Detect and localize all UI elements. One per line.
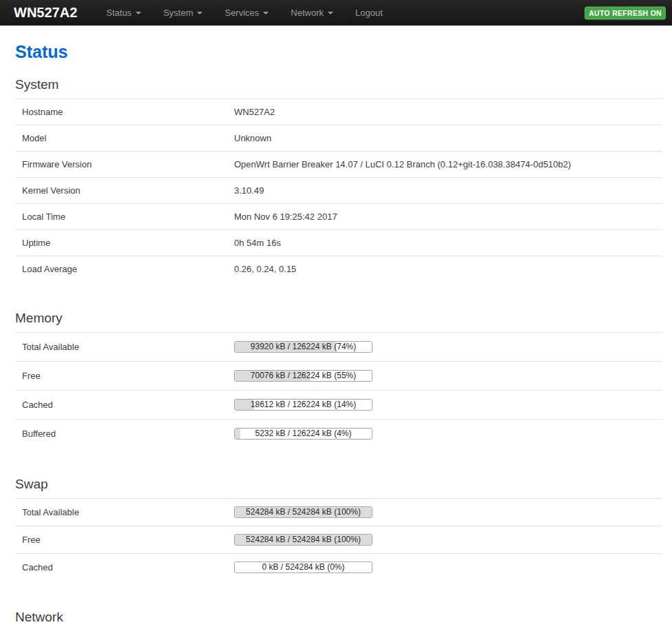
swap-free-progressbar: 524284 kB / 524284 kB (100%)	[234, 534, 372, 546]
section-title-memory: Memory	[15, 311, 662, 325]
row-label: Load Average	[15, 256, 234, 282]
row-label: Hostname	[15, 99, 234, 125]
progressbar-text: 524284 kB / 524284 kB (100%)	[235, 535, 372, 545]
nav-item-network[interactable]: Network	[280, 0, 344, 26]
row-value: 3.10.49	[234, 178, 662, 204]
progressbar-text: 5232 kB / 126224 kB (4%)	[235, 429, 372, 439]
memory-table: Total Available 93920 kB / 126224 kB (74…	[15, 332, 662, 448]
row-label: Model	[15, 125, 234, 152]
progressbar-text: 70076 kB / 126224 kB (55%)	[235, 371, 372, 381]
top-navbar: WN527A2 Status System Services Network L…	[0, 0, 672, 26]
row-label: Kernel Version	[15, 178, 234, 204]
row-label: Firmware Version	[15, 152, 234, 178]
memory-total-progressbar: 93920 kB / 126224 kB (74%)	[234, 341, 372, 353]
auto-refresh-badge[interactable]: AUTO REFRESH ON	[585, 6, 666, 19]
memory-free-progressbar: 70076 kB / 126224 kB (55%)	[234, 370, 372, 382]
row-label: Buffered	[15, 420, 234, 448]
row-value: 0.26, 0.24, 0.15	[234, 256, 662, 282]
memory-cached-progressbar: 18612 kB / 126224 kB (14%)	[234, 399, 372, 411]
row-value: Unknown	[234, 125, 662, 152]
nav-item-system[interactable]: System	[152, 0, 213, 26]
row-label: Free	[15, 526, 234, 554]
nav-item-label: Logout	[355, 8, 383, 18]
row-value: WN527A2	[234, 99, 662, 125]
row-value: OpenWrt Barrier Breaker 14.07 / LuCI 0.1…	[234, 152, 662, 178]
table-row: Firmware Version OpenWrt Barrier Breaker…	[15, 152, 662, 178]
progressbar-text: 18612 kB / 126224 kB (14%)	[235, 400, 372, 410]
table-row: Cached 18612 kB / 126224 kB (14%)	[15, 391, 662, 420]
row-label: Cached	[15, 554, 234, 581]
table-row: Total Available 93920 kB / 126224 kB (74…	[15, 333, 662, 362]
table-row: Uptime 0h 54m 16s	[15, 230, 662, 256]
section-title-swap: Swap	[15, 477, 662, 491]
progressbar-text: 93920 kB / 126224 kB (74%)	[235, 342, 372, 352]
main-content: Status System Hostname WN527A2 Model Unk…	[0, 43, 672, 629]
chevron-down-icon	[136, 12, 141, 14]
table-row: Local Time Mon Nov 6 19:25:42 2017	[15, 204, 662, 230]
section-title-system: System	[15, 77, 662, 92]
progressbar-text: 524284 kB / 524284 kB (100%)	[235, 507, 372, 517]
chevron-down-icon	[263, 12, 269, 14]
row-label: Total Available	[15, 499, 234, 526]
row-label: Cached	[15, 391, 234, 420]
chevron-down-icon	[197, 12, 202, 14]
nav-item-status[interactable]: Status	[95, 0, 152, 26]
swap-cached-progressbar: 0 kB / 524284 kB (0%)	[234, 561, 372, 573]
table-row: Cached 0 kB / 524284 kB (0%)	[15, 554, 662, 581]
row-label: Uptime	[15, 230, 234, 256]
table-row: Hostname WN527A2	[15, 99, 662, 125]
table-row: Model Unknown	[15, 125, 662, 152]
brand-link[interactable]: WN527A2	[0, 5, 95, 21]
table-row: Kernel Version 3.10.49	[15, 178, 662, 204]
nav-item-services[interactable]: Services	[213, 0, 280, 26]
swap-table: Total Available 524284 kB / 524284 kB (1…	[15, 498, 662, 581]
nav-item-label: Network	[291, 8, 324, 18]
section-title-network: Network	[15, 610, 662, 624]
table-row: Load Average 0.26, 0.24, 0.15	[15, 256, 662, 282]
system-table: Hostname WN527A2 Model Unknown Firmware …	[15, 99, 662, 282]
nav-item-label: Services	[224, 8, 259, 18]
nav-item-logout[interactable]: Logout	[344, 0, 394, 26]
memory-buffered-progressbar: 5232 kB / 126224 kB (4%)	[234, 428, 372, 440]
nav-item-label: System	[163, 8, 193, 18]
table-row: Free 524284 kB / 524284 kB (100%)	[15, 526, 662, 554]
table-row: Total Available 524284 kB / 524284 kB (1…	[15, 499, 662, 526]
row-label: Free	[15, 362, 234, 391]
chevron-down-icon	[328, 12, 333, 14]
row-value: Mon Nov 6 19:25:42 2017	[234, 204, 662, 230]
nav-item-label: Status	[106, 8, 132, 18]
row-value: 0h 54m 16s	[234, 230, 662, 256]
page-title: Status	[15, 43, 662, 61]
table-row: Buffered 5232 kB / 126224 kB (4%)	[15, 420, 662, 448]
row-label: Total Available	[15, 333, 234, 362]
swap-total-progressbar: 524284 kB / 524284 kB (100%)	[234, 506, 372, 518]
progressbar-text: 0 kB / 524284 kB (0%)	[235, 562, 372, 573]
row-label: Local Time	[15, 204, 234, 230]
table-row: Free 70076 kB / 126224 kB (55%)	[15, 362, 662, 391]
